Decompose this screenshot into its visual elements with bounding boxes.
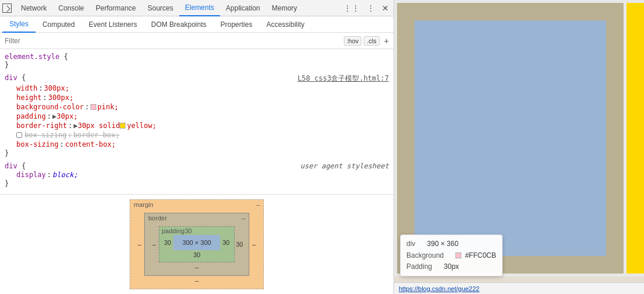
tab-dom-breakpoints[interactable]: DOM Breakpoints [144,16,214,33]
css-prop-background-color: background-color : pink; [5,102,389,112]
devtools-icon [2,4,12,13]
border-left: – [149,241,159,248]
box-model-diagram: margin – – border – – padding30 [130,199,264,289]
content-box: 300 × 300 [173,235,220,250]
border-box: border – – padding30 30 [144,213,249,276]
div-selector: div [5,74,18,82]
visual-yellow-border [626,3,644,274]
padding-label: padding30 [162,227,192,234]
border-color-swatch[interactable] [120,123,126,129]
div-rule-source[interactable]: L58 css3盒子模型.html:7 [298,74,389,84]
visual-border-area [397,3,624,274]
tab-memory[interactable]: Memory [266,0,303,16]
bg-color-swatch[interactable] [90,104,96,110]
css-prop-display: display : block; [5,170,389,179]
margin-box: margin – – border – – padding30 [130,199,264,289]
tooltip-bg-hex: #FFC0CB [465,251,496,260]
filter-bar: :hov .cls + [0,33,394,49]
add-style-button[interactable]: + [384,36,389,46]
box-sizing-border-checkbox[interactable] [16,132,22,138]
element-style-selector: element.style [5,53,60,61]
margin-right: – [249,241,259,248]
margin-dash: – [256,201,260,208]
border-dash: – [242,215,245,222]
tooltip-bg-value: #FFC0CB [455,250,496,261]
div-rule-ua: div { user agent stylesheet display : bl… [0,161,394,189]
div-selector-ua: div [5,162,18,170]
filter-input[interactable] [5,37,344,45]
css-prop-box-sizing-border: box-sizing : border-box; [5,130,389,140]
tab-application[interactable]: Application [220,0,266,16]
tab-properties[interactable]: Properties [213,16,259,33]
margin-bottom: – [195,277,199,284]
content-size: 300 × 300 [182,239,211,246]
devtools-panel: Network Console Performance Sources Elem… [0,0,394,294]
margin-left: – [135,241,144,248]
sub-tab-bar: Styles Computed Event Listeners DOM Brea… [0,16,394,33]
tooltip-element-label: div [406,238,415,250]
css-prop-height: height : 300px; [5,93,389,102]
preview-panel: div 390 × 360 Background #FFC0CB Padding… [394,0,644,294]
css-prop-box-sizing-content: box-sizing : content-box; [5,140,389,149]
css-prop-border-right: border-right : ▶ 30px solid yellow; [5,121,389,130]
tab-accessibility[interactable]: Accessibility [259,16,311,33]
padding-right: 30 [221,239,231,246]
top-tab-bar: Network Console Performance Sources Elem… [0,0,394,16]
margin-label: margin [134,201,154,208]
hov-button[interactable]: :hov [344,36,362,46]
border-bottom: – [195,264,199,271]
close-devtools-icon[interactable]: ✕ [380,2,391,14]
tab-console[interactable]: Console [53,0,90,16]
tab-event-listeners[interactable]: Event Listeners [82,16,144,33]
css-content: element.style { } div { L58 css3盒子模型.htm… [0,49,394,194]
status-bar: https://blog.csdn.net/gue222 [394,282,644,294]
tab-styles[interactable]: Styles [2,16,36,33]
padding-box: padding30 30 300 × 300 30 [159,226,235,262]
more-options-icon[interactable]: ⋮ [364,2,377,14]
tooltip-padding-label: Padding [406,261,432,272]
tab-elements[interactable]: Elements [179,0,220,16]
more-tabs-icon[interactable]: ⋮⋮ [341,2,362,14]
css-prop-padding: padding : ▶ 30px; [5,112,389,121]
element-tooltip: div 390 × 360 Background #FFC0CB Padding… [400,234,503,276]
tooltip-element-size: 390 × 360 [427,238,458,250]
css-prop-width: width : 300px; [5,84,389,93]
border-right: 30 [235,241,244,248]
tab-sources[interactable]: Sources [142,0,179,16]
box-model-section: margin – – border – – padding30 [0,194,394,294]
tab-computed[interactable]: Computed [36,16,82,33]
user-agent-label: user agent stylesheet [300,162,389,170]
status-url[interactable]: https://blog.csdn.net/gue222 [399,285,479,292]
tab-performance[interactable]: Performance [90,0,142,16]
tooltip-padding-value: 30px [444,261,459,272]
padding-left: 30 [163,239,172,246]
tooltip-bg-label: Background [406,250,444,261]
preview-content: div 390 × 360 Background #FFC0CB Padding… [394,0,644,294]
padding-bottom: 30 [193,251,200,258]
div-rule: div { L58 css3盒子模型.html:7 width : 300px;… [0,72,394,158]
cls-button[interactable]: .cls [364,36,380,46]
tooltip-bg-swatch [455,253,461,258]
tab-network[interactable]: Network [15,0,53,16]
visual-content-area [415,20,606,256]
element-style-rule: element.style { } [0,51,394,70]
border-label: border [148,215,167,222]
